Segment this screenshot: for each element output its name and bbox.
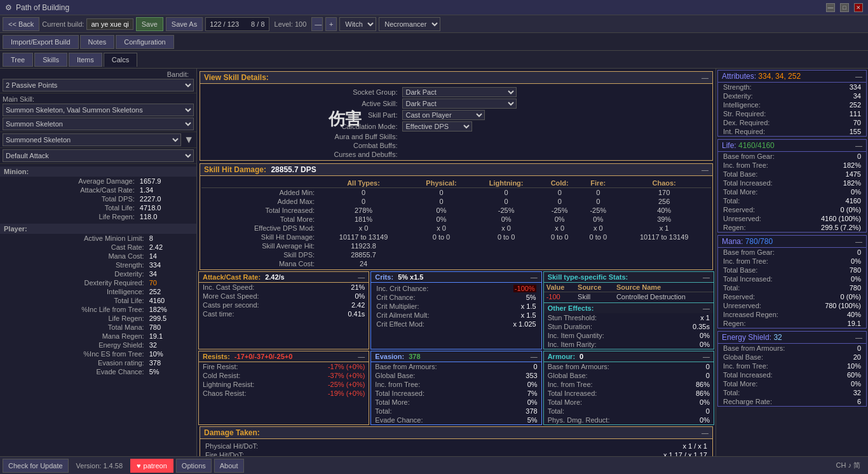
mana-row: Inc. from Tree:0% — [718, 257, 866, 266]
player-stat-row: Dexterity Required:70 — [0, 278, 196, 287]
skill-hit-damage-table: All Types: Physical: Lightning: Cold: Fi… — [201, 179, 711, 268]
es-row: Global Base:20 — [718, 353, 866, 362]
skill-subsection-select[interactable]: Summon Skeleton — [3, 118, 194, 130]
mana-minimize[interactable]: — — [855, 238, 862, 245]
about-button[interactable]: About — [214, 459, 244, 473]
life-minimize[interactable]: — — [855, 142, 862, 149]
oe-row: Inc. Item Quantity:0% — [544, 331, 714, 340]
minion-stats-table: Average Damage:1657.9Attack/Cast Rate:1.… — [0, 177, 196, 221]
player-stat-row: Dexterity:34 — [0, 269, 196, 278]
es-row: Recharge Rate:6 — [718, 397, 866, 406]
save-as-button[interactable]: Save As — [166, 17, 203, 31]
mana-stats: Base from Gear:0Inc. from Tree:0%Total B… — [718, 248, 866, 328]
other-effects-minimize[interactable]: — — [703, 304, 710, 312]
mana-row: Increased Regen:40% — [718, 310, 866, 319]
attr-row: Strength:334 — [718, 83, 866, 91]
player-stat-row: Life Regen:299.5 — [0, 314, 196, 323]
minion-stat-row: Life Regen:118.0 — [0, 212, 196, 221]
skill-type-minimize[interactable]: — — [703, 273, 710, 281]
player-stat-row: Mana Regen:19.1 — [0, 332, 196, 341]
armour-row: Total Increased:86% — [544, 389, 714, 398]
language-toggle[interactable]: CH ♪ 简 — [831, 461, 866, 470]
patreon-button[interactable]: ♥ patreon — [130, 459, 173, 473]
life-row: Reserved:0 (0%) — [718, 205, 866, 214]
evasion-minimize[interactable]: — — [531, 353, 538, 360]
title-bar: ⚙ Path of Building — □ ✕ — [0, 0, 868, 15]
crits-row: Crit Multiplier:x 1.5 — [372, 302, 539, 311]
summoned-dropdown-icon[interactable]: ▼ — [184, 134, 194, 146]
resist-row: Fire Resist:-17% (+0%) — [199, 362, 369, 371]
attributes-minimize[interactable]: — — [855, 72, 862, 80]
armour-row: Total:0 — [544, 407, 714, 416]
tree-tab[interactable]: Tree — [3, 53, 33, 67]
skill-type-table: Value Source Source Name -100SkillContro… — [544, 283, 714, 301]
player-section-header: Player: — [0, 224, 196, 234]
crits-title: Crits: 5% x1.5 — [375, 273, 423, 281]
vsd-row-socket: Socket Group: Dark Pact — [201, 86, 711, 98]
armour-minimize[interactable]: — — [703, 353, 710, 360]
crits-minimize[interactable]: — — [531, 273, 538, 281]
active-skill-select[interactable]: Dark Pact — [402, 98, 517, 109]
import-export-tab[interactable]: Import/Export Build — [3, 35, 79, 49]
summoned-select[interactable]: Summoned Skeleton — [3, 133, 181, 146]
dmg-row: Skill Average Hit:11923.8 — [201, 241, 711, 250]
resists-stats: Fire Resist:-17% (+0%)Cold Resist:-37% (… — [199, 362, 369, 398]
damage-taken-minimize[interactable]: — — [702, 429, 709, 437]
main-layout: Bandit: 2 Passive Points Main Skill: Sum… — [0, 69, 868, 474]
options-button[interactable]: Options — [176, 459, 212, 473]
calc-mode-select[interactable]: Effective DPS — [402, 121, 472, 132]
skills-tab[interactable]: Skills — [34, 53, 67, 67]
socket-group-select[interactable]: Dark Pact — [402, 87, 517, 97]
acr-minimize[interactable]: — — [358, 273, 365, 281]
armour-row: Base from Armours:0 — [544, 362, 714, 371]
minion-stat-row: Total Life:4718.0 — [0, 203, 196, 212]
subclass-select[interactable]: Necromancer — [379, 17, 440, 31]
armour-box: Armour: 0 — Base from Armours:0Global Ba… — [543, 351, 714, 425]
close-button[interactable]: ✕ — [854, 3, 863, 12]
app-icon: ⚙ — [5, 3, 12, 12]
acr-row: Cast time:0.41s — [199, 309, 369, 318]
calcs-tab[interactable]: Calcs — [104, 53, 138, 67]
evasion-row: Base from Armours:0 — [371, 362, 541, 371]
player-stat-row: Strength:334 — [0, 261, 196, 269]
version-label: Version: 1.4.58 — [71, 462, 128, 470]
save-button[interactable]: Save — [136, 17, 163, 31]
resists-minimize[interactable]: — — [358, 353, 365, 360]
bandit-select[interactable]: 2 Passive Points — [3, 79, 194, 91]
skill-part-select[interactable]: Cast on Player — [402, 110, 485, 120]
life-row: Total:4160 — [718, 196, 866, 205]
attr-row: Dexterity:34 — [718, 91, 866, 100]
back-button[interactable]: << Back — [3, 17, 39, 31]
es-header: Energy Shield: 32 — — [718, 332, 866, 344]
player-stat-row: Evasion rating:378 — [0, 358, 196, 367]
skill-hit-damage-title: Skill Hit Damage: 28855.7 DPS — [204, 165, 316, 174]
skill-hit-damage-box: Skill Hit Damage: 28855.7 DPS — All Type… — [200, 163, 713, 270]
skill-hit-minimize[interactable]: — — [702, 166, 709, 173]
crits-header: Crits: 5% x1.5 — — [371, 272, 541, 283]
configuration-tab[interactable]: Configuration — [116, 35, 173, 49]
player-stat-row: Total Mana:780 — [0, 323, 196, 332]
maximize-button[interactable]: □ — [840, 3, 849, 12]
evasion-row: Total Increased:7% — [371, 389, 541, 398]
attributes-box: Attributes: 334, 34, 252 — Strength:334D… — [717, 70, 867, 137]
main-skill-select[interactable]: Summon Skeleton, Vaal Summon Skeletons — [3, 104, 194, 116]
notes-tab[interactable]: Notes — [80, 35, 115, 49]
minimize-button[interactable]: — — [826, 3, 835, 12]
resist-row: Chaos Resist:-19% (+0%) — [199, 389, 369, 398]
view-skill-details-minimize[interactable]: — — [702, 74, 709, 81]
evasion-row: Global Base:353 — [371, 371, 541, 380]
life-header: Life: 4160/4160 — — [718, 140, 866, 152]
resists-header: Resists: -17+0/-37+0/-25+0 — — [199, 351, 369, 362]
items-tab[interactable]: Items — [69, 53, 102, 67]
attr-row: Intelligence:252 — [718, 100, 866, 109]
es-minimize[interactable]: — — [855, 334, 862, 341]
class-select[interactable]: Witch — [339, 17, 376, 31]
level-up-button[interactable]: + — [325, 17, 337, 31]
level-down-button[interactable]: — — [311, 17, 323, 31]
check-update-button[interactable]: Check for Update — [3, 459, 69, 473]
view-skill-details-box: View Skill Details: — Socket Group: Dark… — [200, 71, 713, 161]
build-name: an ye xue qi — [86, 18, 133, 30]
crits-row: Crit Ailment Mult:x 1.5 — [372, 311, 539, 320]
default-attack-select[interactable]: Default Attack — [3, 149, 194, 162]
es-row: Total More:0% — [718, 379, 866, 388]
